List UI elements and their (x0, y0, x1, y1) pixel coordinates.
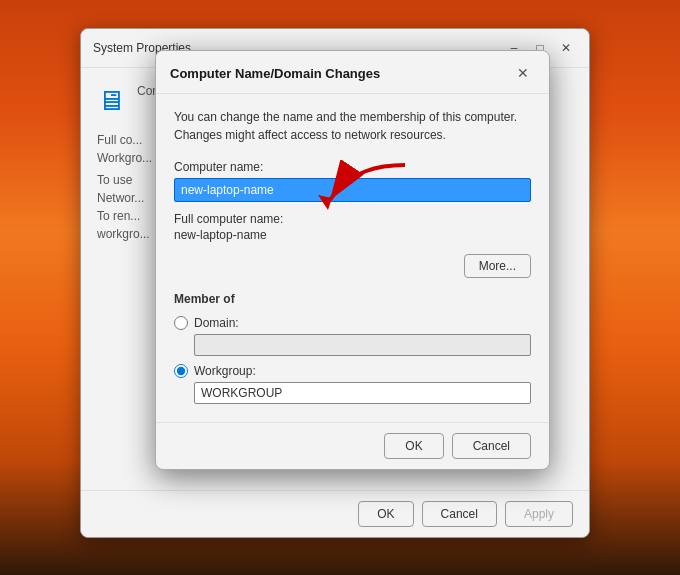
workgroup-radio-item: Workgroup: (174, 364, 531, 404)
member-of-label: Member of (174, 292, 531, 306)
computer-name-dialog: Computer Name/Domain Changes ✕ You can c… (155, 50, 550, 470)
domain-input[interactable] (194, 334, 531, 356)
workgroup-radio-label: Workgroup: (194, 364, 256, 378)
modal-cancel-button[interactable]: Cancel (452, 433, 531, 459)
domain-radio[interactable] (174, 316, 188, 330)
modal-footer: OK Cancel (156, 422, 549, 469)
workgroup-input[interactable] (194, 382, 531, 404)
modal-ok-button[interactable]: OK (384, 433, 443, 459)
computer-name-label: Computer name: (174, 160, 531, 174)
modal-overlay: Computer Name/Domain Changes ✕ You can c… (0, 0, 680, 575)
modal-close-button[interactable]: ✕ (511, 61, 535, 85)
modal-description: You can change the name and the membersh… (174, 108, 531, 144)
domain-radio-row: Domain: (174, 316, 531, 330)
domain-radio-item: Domain: (174, 316, 531, 356)
modal-titlebar: Computer Name/Domain Changes ✕ (156, 51, 549, 94)
full-computer-name-label: Full computer name: (174, 212, 531, 226)
modal-title: Computer Name/Domain Changes (170, 66, 380, 81)
domain-radio-label: Domain: (194, 316, 239, 330)
full-computer-name-value: new-laptop-name (174, 228, 531, 242)
workgroup-radio[interactable] (174, 364, 188, 378)
more-button-row: More... (174, 254, 531, 278)
member-of-radio-group: Domain: Workgroup: (174, 316, 531, 404)
modal-body: You can change the name and the membersh… (156, 94, 549, 422)
workgroup-radio-row: Workgroup: (174, 364, 531, 378)
computer-name-group: Computer name: (174, 160, 531, 202)
more-button[interactable]: More... (464, 254, 531, 278)
computer-name-input[interactable] (174, 178, 531, 202)
